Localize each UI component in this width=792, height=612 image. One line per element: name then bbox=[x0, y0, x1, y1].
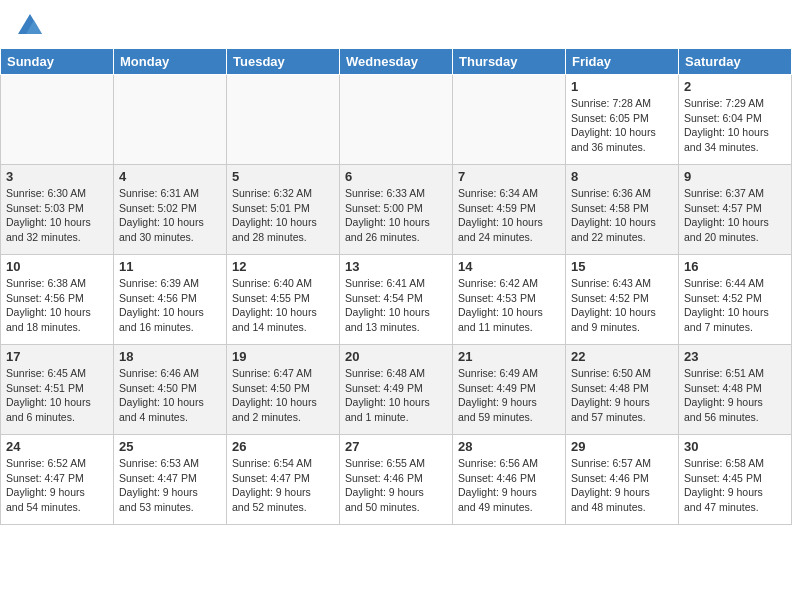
calendar-cell bbox=[340, 75, 453, 165]
calendar-cell: 13Sunrise: 6:41 AM Sunset: 4:54 PM Dayli… bbox=[340, 255, 453, 345]
day-info: Sunrise: 6:57 AM Sunset: 4:46 PM Dayligh… bbox=[571, 456, 673, 515]
day-number: 5 bbox=[232, 169, 334, 184]
day-info: Sunrise: 6:52 AM Sunset: 4:47 PM Dayligh… bbox=[6, 456, 108, 515]
calendar-cell: 4Sunrise: 6:31 AM Sunset: 5:02 PM Daylig… bbox=[114, 165, 227, 255]
calendar-cell: 5Sunrise: 6:32 AM Sunset: 5:01 PM Daylig… bbox=[227, 165, 340, 255]
day-info: Sunrise: 6:46 AM Sunset: 4:50 PM Dayligh… bbox=[119, 366, 221, 425]
calendar-cell: 24Sunrise: 6:52 AM Sunset: 4:47 PM Dayli… bbox=[1, 435, 114, 525]
day-number: 18 bbox=[119, 349, 221, 364]
day-info: Sunrise: 6:56 AM Sunset: 4:46 PM Dayligh… bbox=[458, 456, 560, 515]
day-info: Sunrise: 6:33 AM Sunset: 5:00 PM Dayligh… bbox=[345, 186, 447, 245]
day-number: 21 bbox=[458, 349, 560, 364]
day-number: 15 bbox=[571, 259, 673, 274]
day-info: Sunrise: 6:44 AM Sunset: 4:52 PM Dayligh… bbox=[684, 276, 786, 335]
calendar-cell bbox=[1, 75, 114, 165]
day-number: 28 bbox=[458, 439, 560, 454]
day-number: 10 bbox=[6, 259, 108, 274]
day-number: 29 bbox=[571, 439, 673, 454]
col-thursday: Thursday bbox=[453, 49, 566, 75]
day-number: 20 bbox=[345, 349, 447, 364]
calendar-week-row: 24Sunrise: 6:52 AM Sunset: 4:47 PM Dayli… bbox=[1, 435, 792, 525]
day-number: 8 bbox=[571, 169, 673, 184]
calendar-week-row: 1Sunrise: 7:28 AM Sunset: 6:05 PM Daylig… bbox=[1, 75, 792, 165]
day-info: Sunrise: 6:32 AM Sunset: 5:01 PM Dayligh… bbox=[232, 186, 334, 245]
calendar-cell: 23Sunrise: 6:51 AM Sunset: 4:48 PM Dayli… bbox=[679, 345, 792, 435]
calendar-cell: 12Sunrise: 6:40 AM Sunset: 4:55 PM Dayli… bbox=[227, 255, 340, 345]
day-number: 30 bbox=[684, 439, 786, 454]
calendar-cell: 22Sunrise: 6:50 AM Sunset: 4:48 PM Dayli… bbox=[566, 345, 679, 435]
logo-icon bbox=[16, 12, 44, 40]
day-info: Sunrise: 6:51 AM Sunset: 4:48 PM Dayligh… bbox=[684, 366, 786, 425]
calendar-cell: 1Sunrise: 7:28 AM Sunset: 6:05 PM Daylig… bbox=[566, 75, 679, 165]
day-number: 24 bbox=[6, 439, 108, 454]
day-info: Sunrise: 6:31 AM Sunset: 5:02 PM Dayligh… bbox=[119, 186, 221, 245]
col-tuesday: Tuesday bbox=[227, 49, 340, 75]
day-number: 27 bbox=[345, 439, 447, 454]
calendar-week-row: 17Sunrise: 6:45 AM Sunset: 4:51 PM Dayli… bbox=[1, 345, 792, 435]
day-number: 14 bbox=[458, 259, 560, 274]
calendar-cell: 8Sunrise: 6:36 AM Sunset: 4:58 PM Daylig… bbox=[566, 165, 679, 255]
calendar-cell: 9Sunrise: 6:37 AM Sunset: 4:57 PM Daylig… bbox=[679, 165, 792, 255]
calendar-cell: 10Sunrise: 6:38 AM Sunset: 4:56 PM Dayli… bbox=[1, 255, 114, 345]
header bbox=[0, 0, 792, 48]
day-info: Sunrise: 6:47 AM Sunset: 4:50 PM Dayligh… bbox=[232, 366, 334, 425]
calendar-cell: 14Sunrise: 6:42 AM Sunset: 4:53 PM Dayli… bbox=[453, 255, 566, 345]
calendar-cell: 16Sunrise: 6:44 AM Sunset: 4:52 PM Dayli… bbox=[679, 255, 792, 345]
col-saturday: Saturday bbox=[679, 49, 792, 75]
col-monday: Monday bbox=[114, 49, 227, 75]
col-sunday: Sunday bbox=[1, 49, 114, 75]
calendar-cell: 26Sunrise: 6:54 AM Sunset: 4:47 PM Dayli… bbox=[227, 435, 340, 525]
calendar-table: Sunday Monday Tuesday Wednesday Thursday… bbox=[0, 48, 792, 525]
day-info: Sunrise: 6:34 AM Sunset: 4:59 PM Dayligh… bbox=[458, 186, 560, 245]
day-info: Sunrise: 6:41 AM Sunset: 4:54 PM Dayligh… bbox=[345, 276, 447, 335]
day-info: Sunrise: 7:28 AM Sunset: 6:05 PM Dayligh… bbox=[571, 96, 673, 155]
day-info: Sunrise: 6:49 AM Sunset: 4:49 PM Dayligh… bbox=[458, 366, 560, 425]
day-number: 6 bbox=[345, 169, 447, 184]
calendar-cell: 21Sunrise: 6:49 AM Sunset: 4:49 PM Dayli… bbox=[453, 345, 566, 435]
calendar-cell: 27Sunrise: 6:55 AM Sunset: 4:46 PM Dayli… bbox=[340, 435, 453, 525]
calendar-cell: 18Sunrise: 6:46 AM Sunset: 4:50 PM Dayli… bbox=[114, 345, 227, 435]
calendar-cell: 19Sunrise: 6:47 AM Sunset: 4:50 PM Dayli… bbox=[227, 345, 340, 435]
calendar-cell: 29Sunrise: 6:57 AM Sunset: 4:46 PM Dayli… bbox=[566, 435, 679, 525]
day-info: Sunrise: 6:38 AM Sunset: 4:56 PM Dayligh… bbox=[6, 276, 108, 335]
day-number: 22 bbox=[571, 349, 673, 364]
calendar-cell: 28Sunrise: 6:56 AM Sunset: 4:46 PM Dayli… bbox=[453, 435, 566, 525]
day-number: 13 bbox=[345, 259, 447, 274]
day-info: Sunrise: 6:54 AM Sunset: 4:47 PM Dayligh… bbox=[232, 456, 334, 515]
day-number: 1 bbox=[571, 79, 673, 94]
day-info: Sunrise: 6:43 AM Sunset: 4:52 PM Dayligh… bbox=[571, 276, 673, 335]
calendar-cell: 11Sunrise: 6:39 AM Sunset: 4:56 PM Dayli… bbox=[114, 255, 227, 345]
day-number: 4 bbox=[119, 169, 221, 184]
day-info: Sunrise: 6:50 AM Sunset: 4:48 PM Dayligh… bbox=[571, 366, 673, 425]
calendar-cell: 3Sunrise: 6:30 AM Sunset: 5:03 PM Daylig… bbox=[1, 165, 114, 255]
calendar-cell bbox=[453, 75, 566, 165]
day-info: Sunrise: 6:45 AM Sunset: 4:51 PM Dayligh… bbox=[6, 366, 108, 425]
day-info: Sunrise: 6:53 AM Sunset: 4:47 PM Dayligh… bbox=[119, 456, 221, 515]
day-number: 7 bbox=[458, 169, 560, 184]
day-number: 23 bbox=[684, 349, 786, 364]
day-info: Sunrise: 6:37 AM Sunset: 4:57 PM Dayligh… bbox=[684, 186, 786, 245]
day-info: Sunrise: 6:55 AM Sunset: 4:46 PM Dayligh… bbox=[345, 456, 447, 515]
calendar-week-row: 10Sunrise: 6:38 AM Sunset: 4:56 PM Dayli… bbox=[1, 255, 792, 345]
calendar-cell: 2Sunrise: 7:29 AM Sunset: 6:04 PM Daylig… bbox=[679, 75, 792, 165]
calendar-cell: 15Sunrise: 6:43 AM Sunset: 4:52 PM Dayli… bbox=[566, 255, 679, 345]
day-info: Sunrise: 6:48 AM Sunset: 4:49 PM Dayligh… bbox=[345, 366, 447, 425]
day-info: Sunrise: 6:40 AM Sunset: 4:55 PM Dayligh… bbox=[232, 276, 334, 335]
day-info: Sunrise: 6:42 AM Sunset: 4:53 PM Dayligh… bbox=[458, 276, 560, 335]
calendar-header-row: Sunday Monday Tuesday Wednesday Thursday… bbox=[1, 49, 792, 75]
day-number: 25 bbox=[119, 439, 221, 454]
calendar-cell: 25Sunrise: 6:53 AM Sunset: 4:47 PM Dayli… bbox=[114, 435, 227, 525]
day-number: 17 bbox=[6, 349, 108, 364]
day-number: 11 bbox=[119, 259, 221, 274]
logo bbox=[16, 12, 48, 40]
calendar-cell: 20Sunrise: 6:48 AM Sunset: 4:49 PM Dayli… bbox=[340, 345, 453, 435]
day-number: 16 bbox=[684, 259, 786, 274]
calendar-cell bbox=[114, 75, 227, 165]
day-number: 12 bbox=[232, 259, 334, 274]
day-info: Sunrise: 6:58 AM Sunset: 4:45 PM Dayligh… bbox=[684, 456, 786, 515]
col-wednesday: Wednesday bbox=[340, 49, 453, 75]
calendar-cell: 30Sunrise: 6:58 AM Sunset: 4:45 PM Dayli… bbox=[679, 435, 792, 525]
day-number: 26 bbox=[232, 439, 334, 454]
calendar-cell bbox=[227, 75, 340, 165]
day-number: 9 bbox=[684, 169, 786, 184]
